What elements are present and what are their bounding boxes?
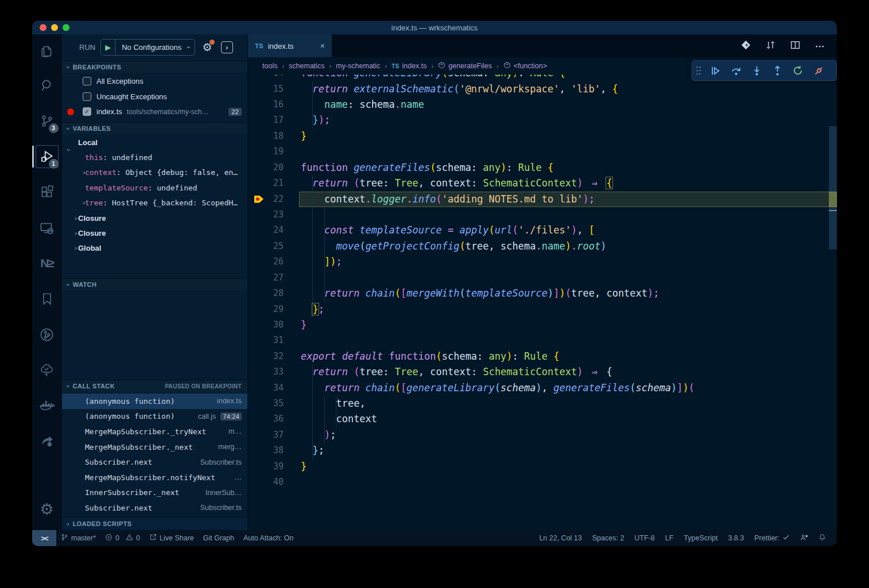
code-line-19[interactable]: 19 (248, 144, 837, 159)
variable-scope-row[interactable]: ›Global (62, 241, 247, 256)
breadcrumb-item[interactable]: TSindex.ts (391, 62, 427, 70)
extensions-icon[interactable] (32, 174, 62, 210)
breadcrumb-item[interactable]: <function> (503, 61, 547, 71)
call-stack-header[interactable]: › CALL STACK PAUSED ON BREAKPOINT (62, 380, 247, 392)
code-line-40[interactable]: 40 (248, 474, 837, 490)
line-number[interactable]: 35 (248, 396, 284, 411)
call-stack-frame[interactable]: Subscriber.nextSubscriber.ts (62, 500, 247, 516)
status-item[interactable]: TypeScript (678, 534, 723, 542)
run-debug-icon[interactable]: 1 (32, 139, 62, 174)
line-number[interactable]: 28 (248, 286, 284, 301)
code-line-31[interactable]: 31 (248, 333, 837, 348)
line-number[interactable]: 19 (248, 144, 284, 159)
call-stack-frame[interactable]: Subscriber.nextSubscriber.ts (62, 454, 247, 470)
breakpoint-checkbox[interactable] (83, 92, 91, 101)
variable-row[interactable]: templateSource: undefined (62, 180, 247, 195)
code-line-29[interactable]: 29 }; (248, 302, 837, 317)
line-number[interactable]: 37 (248, 427, 284, 443)
close-tab-icon[interactable]: × (320, 41, 325, 50)
editor-scrollbar[interactable] (829, 75, 837, 530)
watch-header[interactable]: › WATCH (62, 278, 247, 290)
code-line-33[interactable]: 33 return (tree: Tree, context: Schemati… (248, 364, 837, 380)
status-item[interactable]: 00 (100, 534, 145, 543)
code-line-34[interactable]: 34 return chain([generateLibrary(schema)… (248, 380, 837, 396)
step-into-icon[interactable] (746, 61, 767, 80)
breadcrumb-item[interactable]: my-schematic (336, 62, 380, 70)
breakpoint-item[interactable]: All Exceptions (62, 73, 247, 89)
variable-row[interactable]: this: undefined (62, 150, 247, 165)
variable-scope-row[interactable]: ›Closure (62, 225, 247, 240)
more-actions-icon[interactable]: ⋯ (815, 41, 825, 52)
status-item[interactable]: Auto Attach: On (239, 534, 298, 542)
open-changes-icon[interactable] (741, 40, 751, 52)
compare-changes-icon[interactable] (766, 40, 775, 52)
breakpoint-checkbox[interactable]: ✓ (83, 107, 91, 116)
call-stack-frame[interactable]: MergeMapSubscriber.notifyNext… (62, 470, 247, 485)
code-area[interactable]: 14function generateLibrary(schema: any):… (248, 65, 837, 490)
variable-row[interactable]: ›tree: HostTree {_backend: ScopedH… (62, 196, 247, 211)
maximize-window-button[interactable] (63, 24, 69, 31)
code-line-28[interactable]: 28 return chain([mergeWith(templateSourc… (248, 286, 837, 301)
code-line-23[interactable]: 23 (248, 207, 837, 223)
line-number[interactable]: 29 (248, 302, 284, 317)
code-line-15[interactable]: 15 return externalSchematic('@nrwl/works… (248, 81, 837, 97)
breakpoint-item[interactable]: Uncaught Exceptions (62, 89, 247, 104)
line-number[interactable]: 22 (248, 192, 284, 207)
toolbar-drag-handle[interactable] (692, 61, 705, 80)
settings-gear-icon[interactable]: ⚙ (32, 491, 62, 527)
status-item[interactable]: Ln 22, Col 13 (534, 534, 587, 542)
variables-header[interactable]: › VARIABLES (62, 122, 247, 134)
line-number[interactable]: 34 (248, 380, 284, 396)
line-number[interactable]: 27 (248, 270, 284, 286)
call-stack-frame[interactable]: (anonymous function)call.js74:24 (62, 409, 247, 425)
tab-index-ts[interactable]: TS index.ts × (248, 34, 332, 57)
code-line-37[interactable]: 37 ); (248, 427, 837, 443)
call-stack-frame[interactable]: InnerSubscriber._nextInnerSub… (62, 485, 247, 501)
line-number[interactable]: 20 (248, 160, 284, 176)
code-line-27[interactable]: 27 (248, 270, 837, 286)
line-number[interactable]: 26 (248, 254, 284, 270)
call-stack-frame[interactable]: MergeMapSubscriber._nextmerg… (62, 439, 247, 455)
line-number[interactable]: 16 (248, 97, 284, 112)
nx-console-icon[interactable]: N≥ (32, 246, 62, 281)
line-number[interactable]: 40 (248, 474, 284, 490)
code-line-35[interactable]: 35 tree, (248, 396, 837, 411)
status-item[interactable]: Live Share (145, 534, 199, 543)
code-line-20[interactable]: 20function generateFiles(schema: any): R… (248, 160, 837, 176)
configure-gear-icon[interactable]: ⚙ (203, 41, 212, 54)
line-number[interactable]: 32 (248, 349, 284, 364)
breakpoints-header[interactable]: › BREAKPOINTS (62, 61, 247, 73)
step-out-icon[interactable] (767, 61, 787, 80)
code-line-22[interactable]: 22 context.logger.info('adding NOTES.md … (248, 192, 837, 207)
variable-scope-row[interactable]: ›Local (62, 135, 247, 150)
close-window-button[interactable] (40, 24, 46, 31)
minimize-window-button[interactable] (51, 24, 58, 31)
line-number[interactable]: 33 (248, 364, 284, 380)
project-share-icon[interactable] (32, 423, 62, 459)
line-number[interactable]: 30 (248, 317, 284, 333)
remote-indicator[interactable]: >< (32, 530, 56, 546)
launch-config-dropdown[interactable]: ▶ No Configurations › (100, 39, 195, 56)
line-number[interactable]: 38 (248, 443, 284, 458)
line-number[interactable]: 15 (248, 81, 284, 97)
code-line-21[interactable]: 21 return (tree: Tree, context: Schemati… (248, 176, 837, 191)
line-number[interactable]: 31 (248, 333, 284, 348)
line-number[interactable]: 36 (248, 411, 284, 427)
code-line-32[interactable]: 32export default function(schema: any): … (248, 349, 837, 364)
code-line-17[interactable]: 17 }); (248, 112, 837, 128)
code-line-24[interactable]: 24 const templateSource = apply(url('./f… (248, 223, 837, 238)
code-line-16[interactable]: 16 name: schema.name (248, 97, 837, 112)
breadcrumb-item[interactable]: schematics (289, 62, 325, 70)
status-item[interactable]: LF (660, 534, 679, 542)
status-item[interactable]: master* (56, 534, 100, 543)
code-line-25[interactable]: 25 move(getProjectConfig(tree, schema.na… (248, 239, 837, 254)
code-line-30[interactable]: 30} (248, 317, 837, 333)
disconnect-icon[interactable] (808, 61, 829, 80)
call-stack-frame[interactable]: (anonymous function)index.ts (62, 394, 247, 409)
call-stack-frame[interactable]: MergeMapSubscriber._tryNextm… (62, 424, 247, 439)
search-icon[interactable] (32, 68, 62, 103)
variable-row[interactable]: ›context: Object {debug: false, en… (62, 165, 247, 180)
breadcrumb-item[interactable]: tools (262, 62, 277, 70)
breadcrumb-item[interactable]: generateFiles (438, 61, 492, 71)
source-control-icon[interactable]: 3 (32, 103, 62, 139)
